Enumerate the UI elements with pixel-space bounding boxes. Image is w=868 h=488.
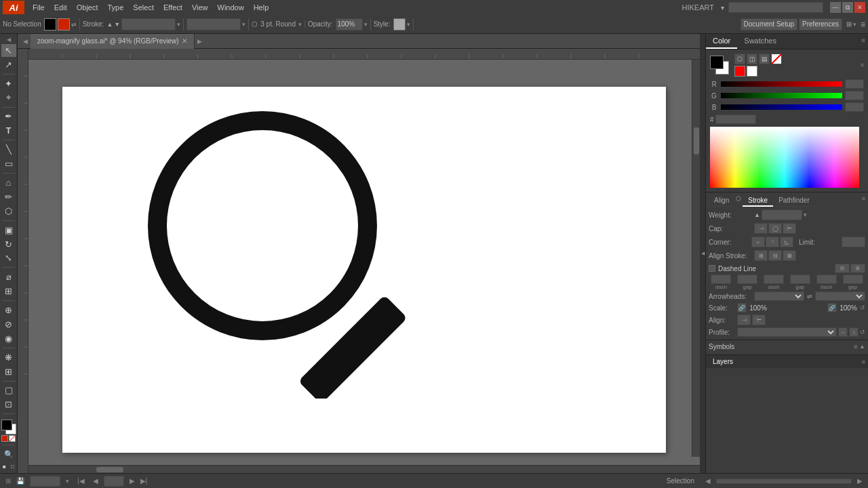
stroke-icon[interactable]: □ (9, 464, 16, 470)
tab-close-button[interactable]: ✕ (182, 37, 187, 45)
screen-mode-icon[interactable]: ⊞ (5, 477, 11, 485)
profile-flip-h-icon[interactable]: ↔ (838, 327, 848, 337)
rotate-button[interactable]: ↻ (1, 238, 16, 251)
weight-up-icon[interactable]: ▲ (754, 211, 760, 218)
color-panel-menu-icon[interactable]: ≡ (861, 62, 864, 68)
preferences-button[interactable]: Preferences (799, 18, 842, 30)
cap-projecting-button[interactable]: ⊢ (783, 223, 796, 234)
vertical-scrollbar[interactable] (692, 60, 700, 457)
foreground-color-box[interactable] (1, 420, 12, 430)
fill-stroke-colors[interactable] (1, 420, 16, 432)
slice-button[interactable]: ⊡ (1, 398, 16, 411)
menu-type[interactable]: Type (104, 2, 128, 13)
dashed-style-1-button[interactable]: ⊟ (835, 264, 850, 273)
scale-start-lock-icon[interactable]: 🔗 (737, 303, 747, 312)
cap-round-button[interactable]: ◯ (768, 223, 782, 234)
graph-button[interactable]: ⊞ (1, 365, 16, 378)
zoom-tool-button[interactable]: 🔍 (1, 448, 16, 461)
nav-prev-2-icon[interactable]: ◀ (705, 477, 711, 485)
gap3-input[interactable] (843, 274, 863, 284)
color-swatch-white[interactable] (747, 66, 757, 77)
swatches-tab[interactable]: Swatches (737, 34, 783, 49)
file-tab[interactable]: zoom-magnify glass.ai* @ 94% (RGB/Previe… (31, 34, 195, 49)
b-value-input[interactable]: 0 (845, 102, 864, 112)
corner-round-button[interactable]: ◜ (766, 237, 779, 247)
scale-end-lock-icon[interactable]: 🔗 (827, 303, 837, 312)
r-value-input[interactable]: 0 (845, 79, 864, 89)
g-value-input[interactable]: 0 (845, 91, 864, 100)
rect-tool-button[interactable]: ▭ (1, 157, 16, 170)
scale-reset-icon[interactable]: ↺ (860, 304, 865, 311)
corner-bevel-button[interactable]: ◺ (780, 237, 793, 247)
menu-file[interactable]: File (28, 2, 49, 13)
shape-builder-button[interactable]: ⊕ (1, 304, 16, 317)
symbol-sprayer-button[interactable]: ❋ (1, 351, 16, 364)
menu-window[interactable]: Window (214, 2, 248, 13)
symbols-collapse-icon[interactable]: ▲ (859, 343, 865, 350)
hex-input[interactable]: 000000 (715, 115, 756, 124)
swap-colors-icon[interactable] (1, 435, 8, 442)
tab-arrow-left[interactable]: ◀ (23, 38, 28, 45)
symbols-options-icon[interactable]: ≡ (854, 343, 858, 350)
color-spectrum[interactable] (710, 127, 859, 188)
align-inside-button[interactable]: ⊟ (768, 250, 782, 261)
opacity-input[interactable] (336, 18, 363, 30)
color-tab[interactable]: Color (706, 34, 737, 49)
gap2-input[interactable] (790, 274, 810, 284)
right-panel-collapse[interactable]: ◀ (700, 34, 705, 473)
arrow-swap-icon[interactable]: ⇄ (807, 293, 812, 300)
scroll-bar-bottom[interactable] (716, 479, 852, 484)
weight-input[interactable] (762, 209, 802, 220)
pen-tool-button[interactable]: ✒ (1, 110, 16, 123)
zoom-dropdown-icon[interactable]: ▾ (66, 478, 69, 485)
stroke-color-swatch[interactable] (58, 18, 70, 30)
nav-first-icon[interactable]: |◀ (77, 477, 85, 485)
magic-wand-button[interactable]: ✦ (1, 77, 16, 90)
restore-button[interactable]: ⧉ (842, 2, 853, 13)
arrowhead-end-select[interactable] (815, 291, 865, 301)
stroke-sub-tab[interactable]: Stroke (743, 195, 773, 207)
align-outside-button[interactable]: ⊠ (783, 250, 796, 261)
fill-icon[interactable]: ■ (1, 464, 8, 470)
nav-next-icon[interactable]: ▶ (130, 477, 135, 485)
gap1-input[interactable] (737, 274, 757, 284)
page-input[interactable]: 1 (104, 476, 124, 487)
selection-tool-button[interactable]: ↖ (1, 44, 16, 57)
g-slider-track[interactable] (721, 93, 842, 98)
fg-swatch[interactable] (710, 56, 724, 69)
layers-options-icon[interactable]: ≡ (862, 359, 865, 365)
nav-next-2-icon[interactable]: ▶ (857, 477, 863, 485)
nav-prev-icon[interactable]: ◀ (93, 477, 98, 485)
limit-input[interactable] (842, 237, 865, 247)
warp-button[interactable]: ⌀ (1, 270, 16, 283)
fg-bg-swatch[interactable] (710, 56, 729, 75)
dashed-checkbox[interactable] (709, 265, 715, 272)
none-color-icon[interactable] (771, 54, 782, 64)
menu-object[interactable]: Object (73, 2, 102, 13)
profile-select[interactable] (737, 327, 837, 337)
blend-button[interactable]: ◉ (1, 332, 16, 345)
align-start-button[interactable]: ⊣ (737, 314, 751, 325)
profile-reset-icon[interactable]: ↺ (860, 329, 865, 336)
search-input[interactable] (728, 2, 823, 13)
layers-tab[interactable]: Layers (709, 358, 737, 365)
menu-view[interactable]: View (188, 2, 212, 13)
eyedropper-button[interactable]: ⊘ (1, 318, 16, 331)
zoom-input[interactable]: 94% (30, 476, 60, 487)
doc-setup-button[interactable]: Document Setup (741, 18, 798, 30)
align-end-button[interactable]: ⊢ (752, 314, 766, 325)
dashed-style-2-button[interactable]: ⊞ (850, 264, 865, 273)
gradient-icon[interactable]: ◫ (747, 54, 757, 64)
horizontal-scroll-thumb[interactable] (96, 467, 123, 472)
minimize-button[interactable]: — (830, 2, 841, 13)
artboard-button[interactable]: ▢ (1, 384, 16, 396)
align-sub-tab[interactable]: Align (709, 195, 734, 207)
lasso-button[interactable]: ⌖ (1, 92, 16, 104)
line-tool-button[interactable]: ╲ (1, 143, 16, 156)
pathfinder-sub-tab[interactable]: Pathfinder (773, 195, 815, 207)
eraser-button[interactable]: ▣ (1, 224, 16, 237)
nav-last-icon[interactable]: ▶| (140, 477, 148, 485)
corner-miter-button[interactable]: ⌐ (751, 237, 765, 247)
type-tool-button[interactable]: T (1, 124, 16, 137)
dash2-input[interactable] (764, 274, 784, 284)
